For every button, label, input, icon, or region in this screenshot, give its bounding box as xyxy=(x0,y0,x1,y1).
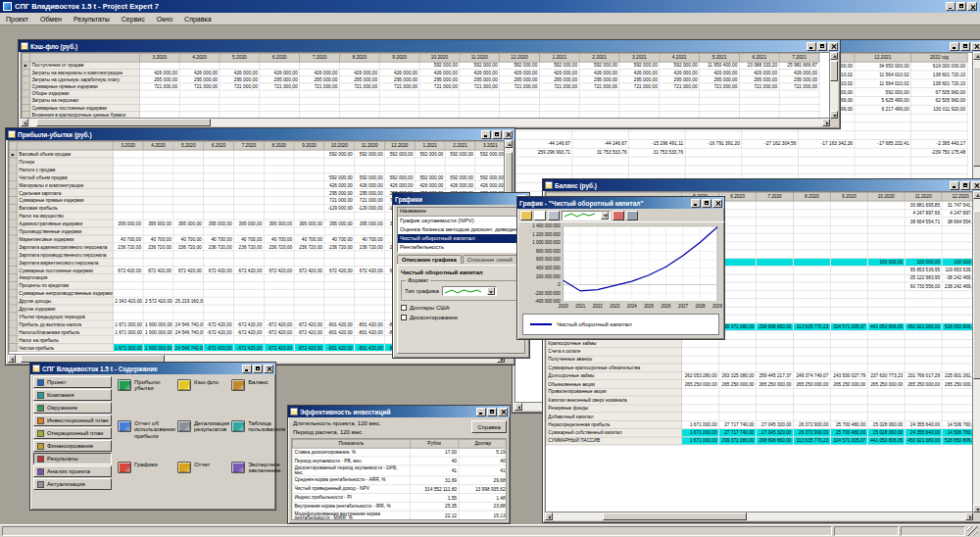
copy-icon[interactable] xyxy=(534,211,546,220)
contents-maximize-button[interactable] xyxy=(253,365,263,373)
cell[interactable] xyxy=(830,290,867,298)
cell[interactable] xyxy=(830,347,867,355)
cell[interactable] xyxy=(233,166,264,173)
cell[interactable] xyxy=(855,157,911,166)
cell[interactable] xyxy=(619,104,660,111)
cell[interactable] xyxy=(113,181,143,189)
cell[interactable]: 441 050 806,05 xyxy=(867,323,905,331)
cell[interactable] xyxy=(793,233,830,241)
cell[interactable]: 295 000,00 xyxy=(700,76,740,83)
cell[interactable] xyxy=(355,251,385,259)
cell[interactable] xyxy=(682,396,719,404)
scroll-down-arrow[interactable] xyxy=(830,111,838,119)
cell[interactable]: 119 853 539,95 xyxy=(942,266,973,273)
cell[interactable]: 426 000,00 xyxy=(220,69,260,75)
cell[interactable] xyxy=(204,297,234,305)
cell[interactable] xyxy=(579,97,619,104)
column-header[interactable]: 5.2020 xyxy=(173,141,204,150)
cell[interactable]: 25 700 480,00 xyxy=(830,428,867,436)
cell[interactable] xyxy=(830,396,867,404)
menu-item-5[interactable]: Справка xyxy=(178,15,217,24)
cell[interactable]: -129 000,00 xyxy=(355,204,385,212)
cell[interactable] xyxy=(204,273,234,281)
cell[interactable] xyxy=(905,347,942,355)
cell[interactable] xyxy=(204,166,234,173)
cell[interactable]: -38 242 469,84 xyxy=(942,274,973,282)
cell[interactable]: 31 753 533,76 xyxy=(629,148,686,157)
cell[interactable] xyxy=(264,150,294,158)
column-header[interactable]: 7.2020 xyxy=(756,192,793,201)
cell[interactable]: 236 720,00 xyxy=(294,243,324,251)
cell[interactable] xyxy=(173,259,204,267)
cell[interactable] xyxy=(113,189,143,197)
cell[interactable] xyxy=(204,227,234,235)
contents-item[interactable]: Экспертное заключение xyxy=(230,460,286,501)
cell[interactable] xyxy=(264,204,294,212)
cell[interactable] xyxy=(113,313,143,320)
contents-item[interactable]: Кэш-фло xyxy=(176,377,230,418)
cell[interactable] xyxy=(793,388,830,396)
cell[interactable]: 23,88 xyxy=(459,502,507,511)
cell[interactable] xyxy=(905,299,942,307)
cell[interactable]: 262 053 280,00 xyxy=(682,371,719,379)
cell[interactable] xyxy=(830,356,867,364)
cell[interactable] xyxy=(264,181,294,189)
cell[interactable]: 295 000,00 xyxy=(539,76,579,83)
cell[interactable]: 426 000,00 xyxy=(379,69,419,75)
column-header[interactable]: 8.2020 xyxy=(339,53,379,62)
cell[interactable] xyxy=(629,131,686,140)
cell[interactable] xyxy=(793,290,830,298)
cell[interactable] xyxy=(113,227,143,235)
cell[interactable]: 130 011 920,00 xyxy=(911,105,968,114)
cell[interactable] xyxy=(719,388,757,396)
cell[interactable]: 25 028 060,00 xyxy=(867,420,905,428)
cell[interactable] xyxy=(905,315,942,322)
cell[interactable]: 592 000,00 xyxy=(385,173,416,181)
cell[interactable]: 2 343 420,00 xyxy=(113,297,143,305)
cell[interactable] xyxy=(700,112,740,119)
cell[interactable] xyxy=(300,62,340,69)
cell[interactable] xyxy=(867,364,905,371)
cell[interactable] xyxy=(685,148,742,157)
cell[interactable] xyxy=(173,336,204,344)
cell[interactable]: 672 420,00 xyxy=(264,267,294,274)
column-header[interactable]: Рубли xyxy=(410,439,459,448)
cell[interactable]: 14 506 760,67 xyxy=(942,420,973,428)
cell[interactable]: -801 420,00 xyxy=(324,320,355,328)
cell[interactable] xyxy=(415,166,445,173)
scroll-left-arrow[interactable] xyxy=(514,403,522,411)
cell[interactable] xyxy=(798,157,855,166)
cell[interactable] xyxy=(830,339,867,347)
cell[interactable]: 324 571 005,07 xyxy=(830,323,867,331)
cell[interactable]: 721 000,00 xyxy=(220,83,260,90)
menu-item-1[interactable]: Обмен xyxy=(34,15,68,24)
cell[interactable] xyxy=(867,339,905,347)
cell[interactable] xyxy=(324,158,355,166)
scroll-thumb[interactable] xyxy=(973,67,980,168)
graph-list-item-0[interactable]: График окупаемости (NPV) xyxy=(398,217,524,225)
cell[interactable] xyxy=(867,242,905,250)
cell[interactable]: 236 720,00 xyxy=(233,243,264,251)
cell[interactable] xyxy=(793,266,830,273)
column-header[interactable]: 6.2020 xyxy=(260,53,300,62)
cell[interactable] xyxy=(143,313,173,320)
column-header[interactable]: 4.2020 xyxy=(179,53,220,62)
cell[interactable] xyxy=(379,97,419,104)
cell[interactable] xyxy=(515,157,572,166)
cell[interactable] xyxy=(779,97,819,104)
chart-window-titlebar[interactable]: График - "Чистый оборотный капитал" xyxy=(517,197,724,209)
cashflow2-maximize-button[interactable] xyxy=(960,42,970,51)
cell[interactable] xyxy=(756,266,793,273)
cell[interactable] xyxy=(867,413,905,420)
cell[interactable] xyxy=(300,112,340,119)
cell[interactable] xyxy=(742,148,799,157)
cell[interactable] xyxy=(756,274,793,282)
cell[interactable] xyxy=(294,259,324,267)
cell[interactable]: 31 753 533,76 xyxy=(572,148,629,157)
cell[interactable] xyxy=(682,347,719,355)
cell[interactable]: -15 296 491,11 xyxy=(629,139,686,148)
column-header[interactable]: 12.2020 xyxy=(500,53,540,62)
cell[interactable] xyxy=(204,281,234,289)
cell[interactable] xyxy=(204,181,234,189)
cashflow-maximize-button[interactable] xyxy=(817,42,827,51)
